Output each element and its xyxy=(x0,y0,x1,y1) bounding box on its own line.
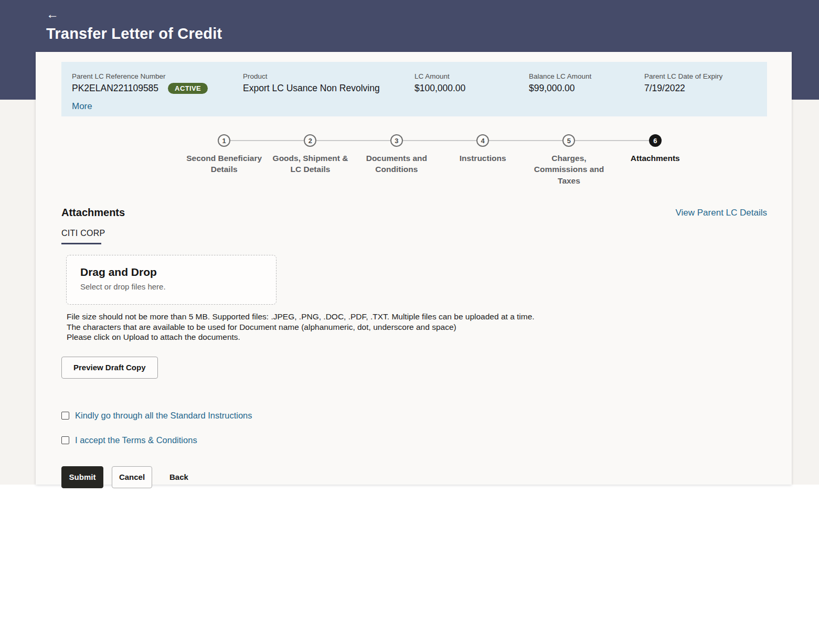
step-label: Second Beneficiary Details xyxy=(181,153,267,175)
tab-active-indicator xyxy=(61,243,101,244)
field-parent-lc-expiry: Parent LC Date of Expiry 7/19/2022 xyxy=(644,72,722,94)
preview-draft-copy-button[interactable]: Preview Draft Copy xyxy=(61,357,158,379)
field-label: Parent LC Date of Expiry xyxy=(644,72,722,80)
step-circle: 3 xyxy=(390,134,403,147)
step-charges-commissions-taxes[interactable]: 5 Charges, Commissions and Taxes xyxy=(526,134,612,186)
upload-guideline-line: Please click on Upload to attach the doc… xyxy=(67,332,767,342)
upload-guideline-line: File size should not be more than 5 MB. … xyxy=(67,312,767,322)
parent-lc-summary-bar: Parent LC Reference Number PK2ELAN221109… xyxy=(61,62,767,116)
view-parent-lc-details-link[interactable]: View Parent LC Details xyxy=(676,208,768,218)
back-button[interactable]: ← xyxy=(46,7,59,21)
step-circle: 1 xyxy=(218,134,230,147)
field-value: Export LC Usance Non Revolving xyxy=(243,83,414,94)
progress-stepper: 1 Second Beneficiary Details 2 Goods, Sh… xyxy=(181,134,698,186)
terms-conditions-link[interactable]: I accept the Terms & Conditions xyxy=(75,435,197,445)
acknowledgements: Kindly go through all the Standard Instr… xyxy=(61,411,767,445)
standard-instructions-link[interactable]: Kindly go through all the Standard Instr… xyxy=(75,411,252,421)
step-goods-shipment-lc-details[interactable]: 2 Goods, Shipment & LC Details xyxy=(267,134,353,186)
step-label: Goods, Shipment & LC Details xyxy=(267,153,353,175)
standard-instructions-checkbox[interactable] xyxy=(61,412,69,420)
field-value: PK2ELAN221109585 xyxy=(72,83,158,94)
terms-conditions-checkbox[interactable] xyxy=(61,436,69,444)
step-circle: 4 xyxy=(476,134,489,147)
step-label: Charges, Commissions and Taxes xyxy=(526,153,612,186)
step-instructions[interactable]: 4 Instructions xyxy=(440,134,526,186)
tab-citi-corp[interactable]: CITI CORP xyxy=(61,229,105,244)
step-second-beneficiary-details[interactable]: 1 Second Beneficiary Details xyxy=(181,134,267,186)
cancel-button[interactable]: Cancel xyxy=(112,466,152,488)
tab-label: CITI CORP xyxy=(61,229,105,238)
upload-guidelines: File size should not be more than 5 MB. … xyxy=(67,312,767,342)
field-balance-lc-amount: Balance LC Amount $99,000.00 xyxy=(529,72,644,94)
terms-conditions-row: I accept the Terms & Conditions xyxy=(61,435,767,445)
field-label: Balance LC Amount xyxy=(529,72,644,80)
step-circle: 6 xyxy=(649,134,662,147)
action-bar: Submit Cancel Back xyxy=(61,466,767,488)
section-title: Attachments xyxy=(61,207,125,219)
field-label: Parent LC Reference Number xyxy=(72,72,243,80)
step-attachments[interactable]: 6 Attachments xyxy=(612,134,698,186)
step-label: Documents and Conditions xyxy=(354,153,440,175)
submit-button[interactable]: Submit xyxy=(61,466,103,488)
dropzone-subtitle: Select or drop files here. xyxy=(80,282,276,291)
step-circle: 5 xyxy=(562,134,575,147)
field-value: $100,000.00 xyxy=(414,83,529,94)
step-label: Instructions xyxy=(460,153,506,164)
field-value: $99,000.00 xyxy=(529,83,644,94)
more-link[interactable]: More xyxy=(72,101,92,112)
step-documents-and-conditions[interactable]: 3 Documents and Conditions xyxy=(354,134,440,186)
standard-instructions-row: Kindly go through all the Standard Instr… xyxy=(61,411,767,421)
page-header: ← Transfer Letter of Credit xyxy=(46,0,222,42)
step-label: Attachments xyxy=(631,153,680,164)
field-product: Product Export LC Usance Non Revolving xyxy=(243,72,414,94)
file-dropzone[interactable]: Drag and Drop Select or drop files here. xyxy=(66,255,276,305)
content-card: Parent LC Reference Number PK2ELAN221109… xyxy=(36,52,792,485)
field-label: Product xyxy=(243,72,414,80)
upload-guideline-line: The characters that are available to be … xyxy=(67,322,767,332)
back-arrow-icon: ← xyxy=(46,7,59,21)
step-circle: 2 xyxy=(304,134,316,147)
page-title: Transfer Letter of Credit xyxy=(46,25,222,42)
field-parent-lc-reference: Parent LC Reference Number PK2ELAN221109… xyxy=(72,72,243,94)
dropzone-title: Drag and Drop xyxy=(80,266,276,278)
back-nav-button[interactable]: Back xyxy=(169,466,188,488)
field-value: 7/19/2022 xyxy=(644,83,722,94)
field-label: LC Amount xyxy=(414,72,529,80)
status-badge: ACTIVE xyxy=(168,83,208,94)
summary-fields: Parent LC Reference Number PK2ELAN221109… xyxy=(72,72,767,94)
field-lc-amount: LC Amount $100,000.00 xyxy=(414,72,529,94)
